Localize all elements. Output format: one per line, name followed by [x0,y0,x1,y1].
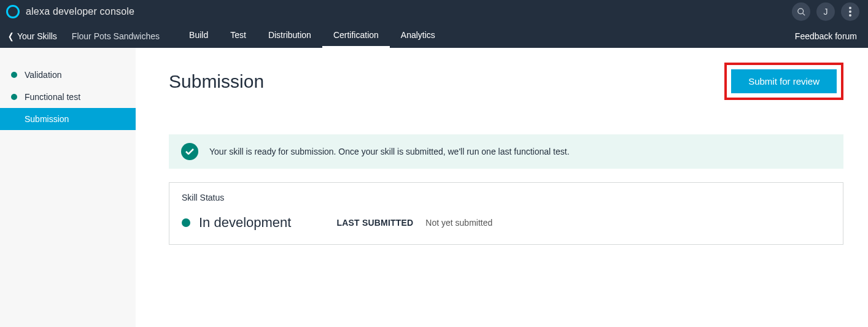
status-row: In development LAST SUBMITTED Not yet su… [182,215,831,231]
console-title: alexa developer console [26,6,134,17]
sub-nav: ❮ Your Skills Flour Pots Sandwiches Buil… [0,23,868,48]
tab-analytics[interactable]: Analytics [390,24,446,48]
svg-point-0 [797,8,803,13]
alexa-logo-icon [6,5,20,18]
tab-test[interactable]: Test [219,24,257,48]
avatar-button[interactable]: J [816,2,835,21]
skill-name: Flour Pots Sandwiches [72,24,178,48]
tab-build[interactable]: Build [178,24,219,48]
search-icon [797,7,806,17]
sidebar-item-label: Submission [25,114,69,124]
feedback-forum-link[interactable]: Feedback forum [795,24,857,48]
svg-point-2 [849,7,851,9]
status-value: In development [199,215,291,231]
logo-group[interactable]: alexa developer console [6,5,134,18]
main-content: Submission Submit for review Your skill … [136,48,868,327]
svg-line-1 [802,13,805,15]
submit-highlight-box: Submit for review [724,63,843,100]
alert-text: Your skill is ready for submission. Once… [209,147,570,156]
sidebar: Validation Functional test Submission [0,48,136,327]
back-label: Your Skills [17,31,57,41]
tab-distribution[interactable]: Distribution [257,24,322,48]
tabs: Build Test Distribution Certification An… [178,24,446,48]
body: Validation Functional test Submission Su… [0,48,868,327]
more-vertical-icon [849,7,851,17]
submit-for-review-button[interactable]: Submit for review [730,69,837,94]
skill-status-card: Skill Status In development LAST SUBMITT… [169,182,843,245]
more-menu-button[interactable] [841,2,859,21]
last-submitted-value: Not yet submitted [425,218,492,228]
status-dot-icon [11,72,17,78]
svg-point-4 [849,14,851,17]
sidebar-item-label: Functional test [25,92,80,102]
top-icons: J [792,2,859,21]
avatar-initial: J [824,7,828,17]
svg-point-3 [849,10,851,13]
back-your-skills-link[interactable]: ❮ Your Skills [7,24,72,48]
check-circle-icon [181,143,198,160]
chevron-left-icon: ❮ [8,31,14,41]
top-header: alexa developer console J [0,0,868,23]
sidebar-item-label: Validation [25,70,61,80]
status-dot-icon [182,218,190,227]
ready-alert: Your skill is ready for submission. Once… [169,134,843,169]
last-submitted-label: LAST SUBMITTED [336,218,413,228]
sidebar-item-functional-test[interactable]: Functional test [0,86,136,108]
status-title: Skill Status [182,193,831,202]
page-title: Submission [169,71,264,92]
status-dot-icon [11,94,17,100]
tab-certification[interactable]: Certification [322,24,390,48]
sidebar-item-validation[interactable]: Validation [0,64,136,86]
sidebar-item-submission[interactable]: Submission [0,108,136,130]
page-head: Submission Submit for review [169,63,843,100]
search-button[interactable] [792,2,810,21]
